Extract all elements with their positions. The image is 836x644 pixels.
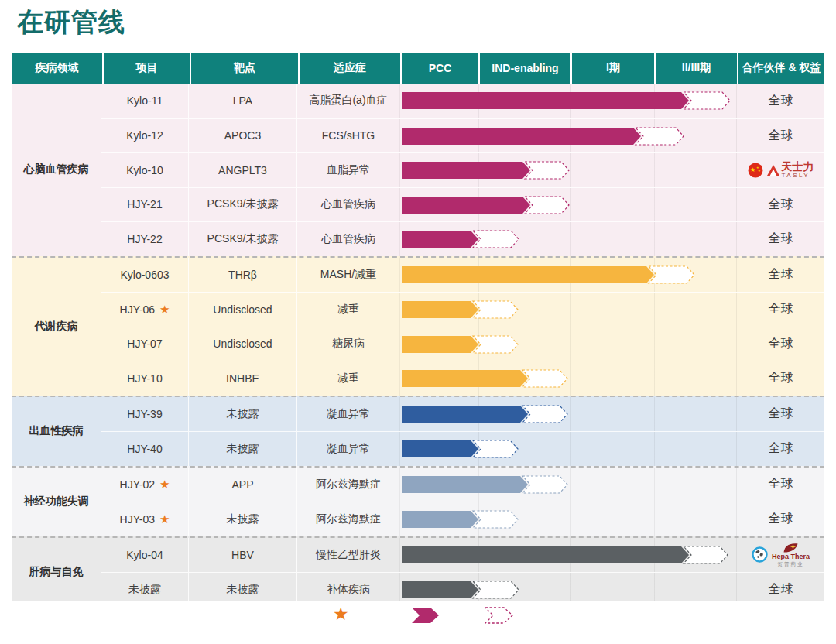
tasly-en-label: TASLY <box>782 173 814 179</box>
phase-track <box>399 222 736 256</box>
solid-arrow-icon <box>411 607 440 627</box>
svg-text:★: ★ <box>750 166 755 173</box>
indication-name: 阿尔兹海默症 <box>297 468 399 502</box>
phase-track <box>399 432 736 466</box>
target-name: APP <box>189 468 297 502</box>
pipeline-bar <box>401 474 570 495</box>
project-name: HJY-40 <box>101 432 189 466</box>
partner-cell: 全球 <box>736 468 824 502</box>
pipeline-bar <box>401 126 687 146</box>
pipeline-row: HJY-07Undisclosed糖尿病全球 <box>101 327 824 361</box>
phase-track <box>399 397 736 432</box>
target-name: 未披露 <box>189 502 297 536</box>
page-title: 在研管线 <box>17 5 125 40</box>
pipeline-bar <box>401 229 522 249</box>
phase-track <box>399 188 736 222</box>
partner-cell: ★★★天士力TASLY <box>736 153 824 187</box>
phase-track <box>399 327 736 361</box>
star-icon: ★ <box>159 303 170 315</box>
target-name: INHBE <box>189 361 297 396</box>
partner-cell: 全球 <box>736 361 824 396</box>
phase-track <box>399 153 736 187</box>
project-name: HJY-03★ <box>101 502 189 536</box>
dashed-arrow-icon <box>485 607 514 627</box>
pipeline-row: HJY-22PCSK9/未披露心血管疾病全球 <box>101 221 824 256</box>
pipeline-row: HJY-10INHBE减重全球 <box>101 361 824 396</box>
target-name: Undisclosed <box>189 293 297 327</box>
pipeline-bar <box>401 91 733 111</box>
target-name: 未披露 <box>189 432 297 466</box>
rights-label: 全球 <box>769 581 793 598</box>
rights-label: 全球 <box>769 476 793 492</box>
rights-label: 全球 <box>769 197 793 213</box>
target-name: Undisclosed <box>189 327 297 361</box>
partner-cell: 全球 <box>736 293 824 327</box>
phase-track <box>399 538 736 573</box>
disease-group: 心脑血管疾病Kylo-11LPA高脂蛋白(a)血症全球Kylo-12APOC3F… <box>12 84 824 256</box>
target-name: HBV <box>189 538 297 573</box>
pipeline-row: Kylo-04HBV慢性乙型肝炎Hepa Thera贺普药业 <box>101 538 824 573</box>
project-name: Kylo-10 <box>101 153 189 187</box>
globe-icon <box>752 546 768 563</box>
pipeline-row: Kylo-0603THRβMASH/减重全球 <box>101 258 824 293</box>
phase-track <box>399 258 736 293</box>
project-name: HJY-02★ <box>101 468 189 502</box>
project-name: Kylo-12 <box>101 119 189 153</box>
phase-track <box>399 84 736 118</box>
disease-area-label: 代谢疾病 <box>12 258 101 396</box>
rights-label: 全球 <box>769 301 793 317</box>
phase-track <box>399 119 736 153</box>
partner-cell: 全球 <box>736 502 824 536</box>
phase-track <box>399 502 736 536</box>
pipeline-bar <box>401 368 570 389</box>
disease-group: 出血性疾病HJY-39未披露凝血异常全球HJY-40未披露凝血异常全球 <box>12 396 824 466</box>
indication-name: 高脂蛋白(a)血症 <box>297 84 399 118</box>
indication-name: 凝血异常 <box>297 432 399 466</box>
partner-cell: 全球 <box>736 222 824 256</box>
rights-label: 全球 <box>769 370 793 386</box>
indication-name: 减重 <box>297 361 399 396</box>
project-name: HJY-07 <box>101 327 189 361</box>
target-name: ANGPLT3 <box>189 153 297 187</box>
pipeline-row: HJY-40未披露凝血异常全球 <box>101 431 824 466</box>
phase-track <box>399 361 736 396</box>
pipeline-bar <box>401 265 697 285</box>
pipeline-row: HJY-39未披露凝血异常全球 <box>101 397 824 432</box>
indication-name: 凝血异常 <box>297 397 399 432</box>
pipeline-bar <box>401 509 521 529</box>
column-header-target: 靶点 <box>190 53 298 84</box>
partner-cell: 全球 <box>736 84 824 118</box>
pipeline-row: HJY-02★APP阿尔兹海默症全球 <box>101 468 824 502</box>
target-name: APOC3 <box>189 119 297 153</box>
rights-label: 全球 <box>769 511 793 527</box>
pipeline-bar <box>401 195 572 215</box>
target-name: PCSK9/未披露 <box>189 188 297 222</box>
disease-area-label: 出血性疾病 <box>12 397 101 466</box>
project-name: HJY-06★ <box>101 293 189 327</box>
disease-area-label: 神经功能失调 <box>12 468 101 536</box>
disease-group: 肝病与自免Kylo-04HBV慢性乙型肝炎Hepa Thera贺普药业未披露未披… <box>12 536 824 607</box>
tasly-cn-label: 天士力 <box>782 161 814 172</box>
column-header-area: 疾病领域 <box>12 53 102 84</box>
rights-label: 全球 <box>769 128 793 144</box>
star-icon: ★ <box>333 605 349 623</box>
hepathera-cn-label: 贺普药业 <box>778 562 804 567</box>
target-name: PCSK9/未披露 <box>189 222 297 256</box>
rights-label: 全球 <box>769 266 793 283</box>
svg-text:★: ★ <box>758 169 761 173</box>
column-header-ind-enabling: IND-enabling <box>478 53 570 84</box>
pipeline-bar <box>401 439 521 459</box>
group-rows: Kylo-04HBV慢性乙型肝炎Hepa Thera贺普药业未披露未披露补体疾病… <box>101 538 824 607</box>
partner-cell: 全球 <box>736 432 824 466</box>
tasly-triangle-icon <box>767 165 779 176</box>
indication-name: 糖尿病 <box>297 327 399 361</box>
pipeline-row: Kylo-11LPA高脂蛋白(a)血症全球 <box>101 84 824 118</box>
hepathera-logo: Hepa Thera贺普药业 <box>752 543 810 567</box>
table-header: 疾病领域项目靶点适应症PCCIND-enablingI期II/III期合作伙伴 … <box>12 53 824 84</box>
partner-cell: 全球 <box>736 258 824 293</box>
project-name: HJY-22 <box>101 222 189 256</box>
phase-track <box>399 468 736 502</box>
indication-name: 血脂异常 <box>297 153 399 187</box>
disease-area-label: 心脑血管疾病 <box>12 84 101 256</box>
group-rows: Kylo-0603THRβMASH/减重全球HJY-06★Undisclosed… <box>101 258 824 396</box>
